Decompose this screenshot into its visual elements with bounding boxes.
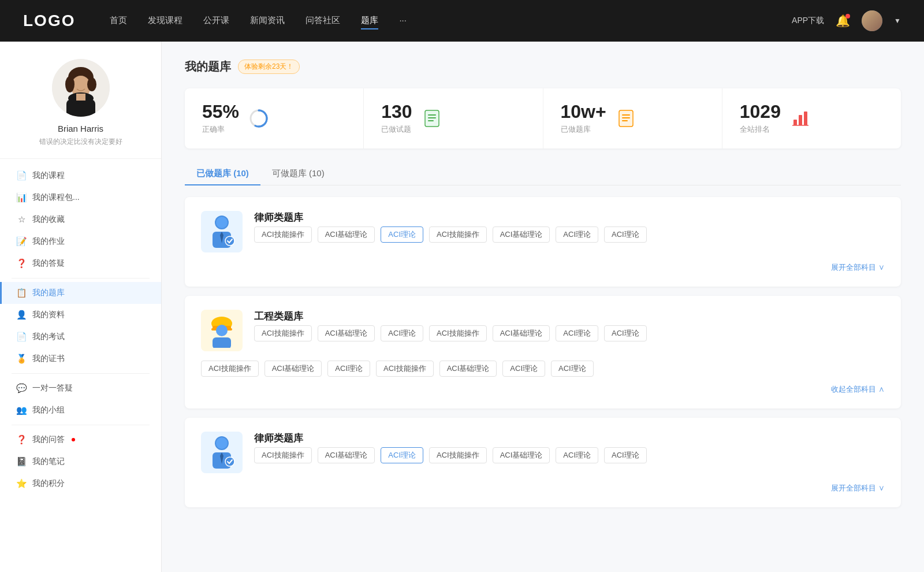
- qbanks-container: 律师类题库 ACI技能操作ACI基础理论ACI理论ACI技能操作ACI基础理论A…: [185, 197, 901, 507]
- qbank-tag[interactable]: ACI理论: [327, 361, 370, 377]
- sidebar-menu-icon: ❓: [16, 258, 27, 269]
- qbank-tag[interactable]: ACI理论: [381, 226, 423, 243]
- navbar-menu-item[interactable]: 题库: [361, 13, 378, 29]
- qbank-tag[interactable]: ACI理论: [604, 325, 647, 341]
- navbar: LOGO 首页发现课程公开课新闻资讯问答社区题库··· APP下载 🔔 ▼: [0, 0, 924, 42]
- qbank-tag[interactable]: ACI理论: [381, 447, 423, 463]
- navbar-menu-item[interactable]: ···: [399, 13, 407, 29]
- qbank-expand-button[interactable]: 收起全部科目 ∧: [831, 385, 885, 393]
- qbank-tag[interactable]: ACI基础理论: [493, 226, 550, 243]
- qbank-tag[interactable]: ACI理论: [556, 226, 598, 243]
- sidebar-menu-icon: 👥: [16, 405, 27, 415]
- qbank-tag[interactable]: ACI技能操作: [201, 361, 259, 377]
- svg-point-34: [216, 325, 228, 336]
- qbank-expand-button[interactable]: 展开全部科目 ∨: [831, 484, 885, 492]
- qbank-tag[interactable]: ACI基础理论: [493, 447, 550, 463]
- notification-bell[interactable]: 🔔: [836, 14, 850, 28]
- qbank-icon: [201, 310, 243, 351]
- sidebar-menu-item-我的题库[interactable]: 📋我的题库: [0, 282, 161, 304]
- navbar-menu-item[interactable]: 问答社区: [305, 13, 340, 29]
- qbank-tag[interactable]: ACI基础理论: [318, 325, 375, 341]
- sidebar-menu-item-我的小组[interactable]: 👥我的小组: [0, 399, 161, 421]
- stat-item-2: 10w+ 已做题库: [543, 88, 722, 148]
- qbank-tag[interactable]: ACI理论: [604, 447, 647, 463]
- qbank-tag[interactable]: ACI技能操作: [429, 325, 487, 341]
- sidebar-menu-item-我的课程包...[interactable]: 📊我的课程包...: [0, 187, 161, 209]
- sidebar-menu-item-我的考试[interactable]: 📄我的考试: [0, 326, 161, 348]
- qbank-tag[interactable]: ACI理论: [551, 361, 594, 377]
- sidebar-menu-icon: 🏅: [16, 354, 27, 364]
- avatar[interactable]: [862, 10, 882, 31]
- qbank-tag[interactable]: ACI理论: [381, 325, 423, 341]
- qbank-header: 律师类题库 ACI技能操作ACI基础理论ACI理论ACI技能操作ACI基础理论A…: [201, 432, 885, 473]
- svg-point-38: [216, 437, 228, 449]
- sidebar-menu-item-我的收藏[interactable]: ☆我的收藏: [0, 209, 161, 231]
- sidebar-avatar: [52, 59, 110, 117]
- dropdown-icon[interactable]: ▼: [894, 17, 901, 25]
- qbank-title: 律师类题库: [254, 432, 885, 445]
- sidebar-menu-label: 我的小组: [32, 405, 65, 415]
- lawyer-icon: [207, 214, 237, 249]
- sidebar-menu-icon: ☆: [16, 214, 27, 225]
- page-header: 我的题库 体验剩余23天！: [185, 59, 901, 75]
- qbank-footer: 展开全部科目 ∨: [201, 262, 885, 273]
- stat-icon: [616, 108, 636, 129]
- chart-red-icon: [791, 109, 810, 128]
- navbar-right: APP下载 🔔 ▼: [792, 10, 901, 31]
- sidebar-menu-item-我的积分[interactable]: ⭐我的积分: [0, 473, 161, 495]
- navbar-menu-item[interactable]: 发现课程: [148, 13, 182, 29]
- qbank-tag[interactable]: ACI基础理论: [264, 361, 322, 377]
- qbank-expand-button[interactable]: 展开全部科目 ∨: [831, 263, 885, 272]
- qbank-tag[interactable]: ACI基础理论: [318, 226, 375, 243]
- qbank-tag[interactable]: ACI技能操作: [429, 226, 487, 243]
- qbank-card-1: 工程类题库 ACI技能操作ACI基础理论ACI理论ACI技能操作ACI基础理论A…: [185, 296, 901, 408]
- sidebar-menu-item-我的资料[interactable]: 👤我的资料: [0, 304, 161, 326]
- qbank-tag[interactable]: ACI基础理论: [439, 361, 497, 377]
- sidebar-menu-item-我的证书[interactable]: 🏅我的证书: [0, 348, 161, 370]
- sidebar-menu-icon: 📄: [16, 170, 27, 181]
- navbar-menu-item[interactable]: 公开课: [203, 13, 229, 29]
- navbar-menu-item[interactable]: 新闻资讯: [250, 13, 285, 29]
- stat-icon: [790, 108, 811, 129]
- qbank-tag[interactable]: ACI基础理论: [318, 447, 375, 463]
- sidebar-menu-item-一对一答疑[interactable]: 💬一对一答疑: [0, 377, 161, 399]
- stat-icon: [248, 108, 269, 129]
- lawyer-icon: [207, 435, 237, 470]
- qbank-tag[interactable]: ACI理论: [556, 325, 598, 341]
- sidebar-menu-label: 我的答疑: [32, 258, 65, 269]
- qbank-tag[interactable]: ACI理论: [556, 447, 598, 463]
- page-title: 我的题库: [185, 59, 231, 75]
- qbank-tag[interactable]: ACI技能操作: [429, 447, 487, 463]
- trial-badge: 体验剩余23天！: [238, 60, 300, 74]
- svg-point-4: [87, 77, 96, 91]
- logo[interactable]: LOGO: [23, 12, 75, 30]
- stat-text: 1029 全站排名: [740, 102, 781, 135]
- tab-item-1[interactable]: 可做题库 (10): [260, 162, 336, 185]
- qbank-header: 律师类题库 ACI技能操作ACI基础理论ACI理论ACI技能操作ACI基础理论A…: [201, 211, 885, 252]
- engineer-icon: [207, 313, 237, 348]
- qbank-tag[interactable]: ACI理论: [604, 226, 647, 243]
- qbank-tag[interactable]: ACI基础理论: [493, 325, 550, 341]
- main-content: 我的题库 体验剩余23天！ 55% 正确率 130 已做试题 1: [162, 42, 924, 572]
- qbank-tag[interactable]: ACI技能操作: [376, 361, 434, 377]
- stat-label: 已做题库: [561, 124, 606, 135]
- qbank-tag[interactable]: ACI理论: [502, 361, 545, 377]
- qbank-title: 工程类题库: [254, 310, 885, 323]
- qbank-tag[interactable]: ACI技能操作: [254, 325, 312, 341]
- sidebar-menu-item-我的问答[interactable]: ❓我的问答: [0, 429, 161, 451]
- sidebar-bio: 错误的决定比没有决定要好: [12, 137, 150, 147]
- qbank-tag[interactable]: ACI技能操作: [254, 447, 312, 463]
- doc-orange-icon: [617, 109, 635, 128]
- qbank-tag[interactable]: ACI技能操作: [254, 226, 312, 243]
- app-download-link[interactable]: APP下载: [792, 16, 824, 26]
- qbank-footer: 展开全部科目 ∨: [201, 482, 885, 493]
- sidebar-menu-item-我的笔记[interactable]: 📓我的笔记: [0, 451, 161, 473]
- qbank-tags-row2: ACI技能操作ACI基础理论ACI理论ACI技能操作ACI基础理论ACI理论AC…: [201, 361, 885, 377]
- sidebar-menu-item-我的答疑[interactable]: ❓我的答疑: [0, 252, 161, 274]
- tab-item-0[interactable]: 已做题库 (10): [185, 162, 260, 185]
- navbar-menu-item[interactable]: 首页: [110, 13, 127, 29]
- sidebar-menu-label: 我的考试: [32, 332, 65, 342]
- sidebar-menu-item-我的作业[interactable]: 📝我的作业: [0, 231, 161, 252]
- sidebar-menu-item-我的课程[interactable]: 📄我的课程: [0, 165, 161, 187]
- svg-rect-16: [428, 120, 434, 121]
